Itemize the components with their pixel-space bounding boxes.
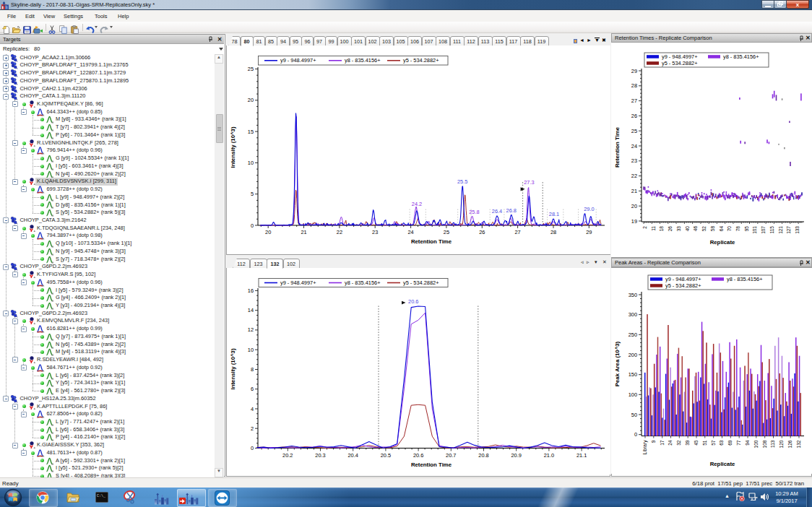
svg-text:121: 121 — [778, 226, 783, 234]
svg-text:21.0: 21.0 — [544, 452, 554, 459]
svg-text:350: 350 — [629, 292, 637, 298]
svg-text:45: 45 — [694, 440, 699, 446]
svg-text:21.1: 21.1 — [576, 452, 587, 459]
svg-text:63: 63 — [720, 440, 725, 446]
svg-text:29: 29 — [586, 229, 592, 235]
svg-text:20.3: 20.3 — [315, 452, 325, 459]
svg-text:20.6: 20.6 — [408, 298, 418, 305]
svg-text:25.8: 25.8 — [469, 209, 479, 215]
svg-text:2: 2 — [642, 226, 647, 229]
svg-text:51: 51 — [702, 440, 707, 446]
svg-text:21: 21 — [631, 188, 637, 194]
svg-text:113: 113 — [771, 440, 776, 448]
svg-text:18: 18 — [659, 226, 664, 232]
svg-text:26: 26 — [668, 226, 673, 232]
svg-text:10: 10 — [248, 160, 254, 166]
svg-text:y8 - 835.4156+: y8 - 835.4156+ — [723, 53, 759, 60]
svg-text:22: 22 — [631, 173, 637, 179]
svg-text:20: 20 — [631, 203, 637, 209]
svg-text:Intensity (10^3): Intensity (10^3) — [230, 348, 236, 389]
svg-text:24: 24 — [631, 143, 637, 150]
svg-text:46: 46 — [693, 226, 698, 232]
svg-text:28: 28 — [631, 82, 637, 89]
svg-text:Peak Area (10^3): Peak Area (10^3) — [614, 341, 621, 386]
svg-text:26: 26 — [479, 229, 485, 235]
svg-text:29: 29 — [631, 68, 637, 74]
svg-text:y8 - 835.4156+: y8 - 835.4156+ — [727, 276, 763, 282]
svg-text:17: 17 — [660, 440, 665, 446]
svg-text:0: 0 — [251, 445, 254, 451]
svg-text:16: 16 — [248, 287, 254, 294]
svg-text:39: 39 — [685, 440, 690, 446]
svg-text:20.7: 20.7 — [446, 452, 456, 459]
svg-text:23: 23 — [631, 157, 637, 164]
svg-text:20.9: 20.9 — [511, 452, 522, 459]
svg-text:4: 4 — [251, 406, 254, 412]
svg-text:25: 25 — [631, 128, 637, 134]
svg-text:10: 10 — [248, 347, 254, 353]
svg-text:0: 0 — [634, 431, 637, 438]
svg-text:20.5: 20.5 — [381, 452, 391, 459]
svg-text:y9 - 948.4997+: y9 - 948.4997+ — [280, 280, 316, 286]
svg-text:C:\_: C:\_ — [97, 494, 106, 498]
svg-text:26.8: 26.8 — [506, 207, 517, 214]
svg-text:120: 120 — [779, 440, 784, 448]
svg-text:27: 27 — [631, 98, 637, 104]
svg-text:2: 2 — [251, 425, 254, 432]
svg-text:20.6: 20.6 — [413, 452, 423, 459]
svg-text:24: 24 — [668, 440, 673, 446]
svg-text:Intensity (10^3): Intensity (10^3) — [230, 126, 236, 168]
svg-text:127: 127 — [786, 226, 791, 234]
svg-text:108: 108 — [762, 440, 767, 448]
svg-text:94: 94 — [745, 440, 750, 446]
svg-text:y5 - 534.2882+: y5 - 534.2882+ — [403, 57, 439, 64]
svg-text:Replicate: Replicate — [710, 461, 735, 467]
svg-text:58: 58 — [710, 226, 715, 232]
svg-text:y5 - 534.2882+: y5 - 534.2882+ — [662, 60, 698, 66]
svg-text:20: 20 — [265, 229, 271, 235]
svg-text:107: 107 — [761, 226, 766, 234]
svg-text:Retention Time: Retention Time — [614, 126, 621, 168]
svg-text:132: 132 — [796, 440, 801, 448]
svg-text:33: 33 — [676, 226, 681, 232]
svg-text:Retention Time: Retention Time — [411, 238, 452, 245]
svg-text:52: 52 — [701, 226, 707, 232]
svg-text:y5 - 534.2882+: y5 - 534.2882+ — [665, 282, 701, 289]
svg-text:12: 12 — [248, 326, 254, 333]
svg-text:15: 15 — [248, 129, 254, 135]
svg-text:0: 0 — [251, 222, 254, 229]
svg-text:y9 - 948.4997+: y9 - 948.4997+ — [665, 276, 701, 282]
svg-text:20.8: 20.8 — [478, 452, 488, 459]
svg-text:300: 300 — [629, 311, 637, 318]
svg-text:101: 101 — [752, 226, 757, 234]
svg-text:78: 78 — [735, 226, 740, 232]
svg-text:200: 200 — [629, 352, 637, 358]
svg-text:25: 25 — [248, 66, 254, 72]
svg-text:70: 70 — [727, 226, 732, 232]
svg-text:11: 11 — [651, 226, 656, 231]
svg-text:100: 100 — [629, 391, 637, 398]
svg-text:28: 28 — [550, 229, 556, 235]
svg-text:27.3: 27.3 — [524, 179, 534, 186]
svg-text:9: 9 — [651, 440, 656, 443]
svg-text:8: 8 — [251, 366, 254, 373]
svg-text:y9 - 948.4997+: y9 - 948.4997+ — [280, 57, 316, 64]
svg-text:Library: Library — [642, 440, 648, 455]
svg-text:27: 27 — [514, 229, 520, 235]
svg-text:24: 24 — [407, 229, 413, 235]
svg-text:y8 - 835.4156+: y8 - 835.4156+ — [345, 57, 381, 64]
svg-text:Replicate: Replicate — [710, 239, 735, 246]
svg-text:6: 6 — [251, 386, 254, 392]
svg-text:115: 115 — [769, 226, 774, 234]
svg-text:Retention Time: Retention Time — [411, 462, 452, 468]
svg-text:26: 26 — [631, 113, 637, 119]
svg-text:250: 250 — [629, 332, 637, 338]
svg-text:25: 25 — [444, 229, 449, 235]
svg-text:133: 133 — [795, 226, 800, 234]
svg-text:64: 64 — [719, 226, 724, 232]
svg-text:21: 21 — [301, 229, 306, 235]
svg-text:22: 22 — [337, 229, 342, 235]
svg-text:y5 - 534.2882+: y5 - 534.2882+ — [403, 280, 439, 286]
svg-text:50: 50 — [631, 412, 637, 418]
svg-text:100: 100 — [753, 440, 759, 448]
